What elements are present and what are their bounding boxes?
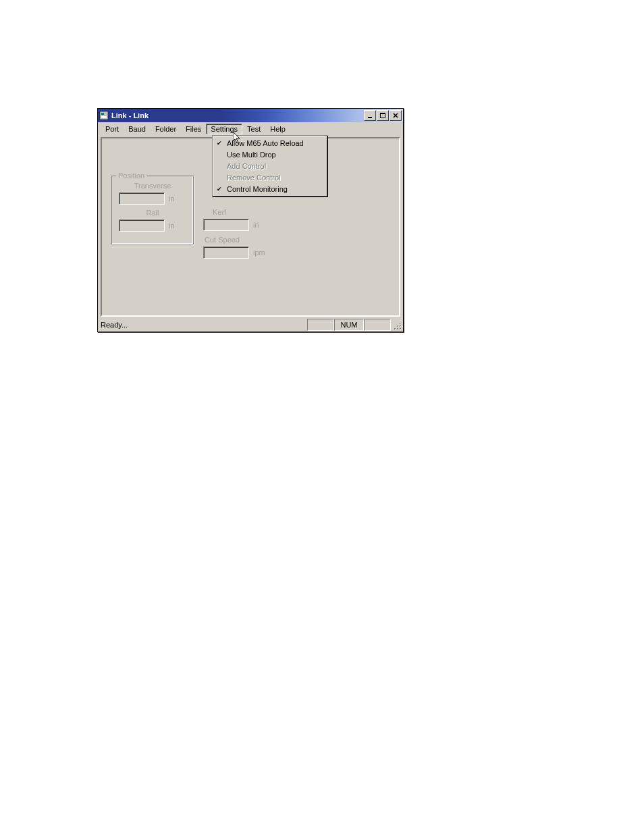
menu-item-label: Control Monitoring	[227, 185, 288, 193]
position-groupbox: Position Transverse in Rail in	[111, 176, 194, 244]
status-pane-1	[307, 319, 334, 331]
position-legend: Position	[116, 172, 146, 180]
menu-folder[interactable]: Folder	[151, 124, 181, 134]
menu-item-label: Allow M65 Auto Reload	[227, 139, 304, 147]
cutspeed-unit: ipm	[253, 249, 265, 257]
rail-label: Rail	[112, 209, 193, 217]
menu-baud[interactable]: Baud	[124, 124, 151, 134]
minimize-button[interactable]	[364, 110, 376, 121]
menu-remove-control: Remove Control	[213, 172, 326, 183]
svg-rect-0	[100, 111, 108, 120]
svg-rect-16	[398, 329, 398, 330]
menu-test[interactable]: Test	[242, 124, 265, 134]
svg-rect-3	[368, 117, 372, 118]
transverse-input[interactable]	[119, 192, 165, 205]
rail-unit: in	[169, 221, 175, 230]
app-icon	[99, 111, 109, 120]
menubar: Port Baud Folder Files Settings Test Hel…	[98, 122, 403, 135]
titlebar[interactable]: Link - Link	[98, 109, 403, 122]
status-pane-2	[364, 319, 391, 331]
resize-grip[interactable]	[391, 319, 403, 331]
menu-help[interactable]: Help	[265, 124, 290, 134]
check-icon: ✔	[217, 140, 222, 147]
status-ready: Ready...	[98, 321, 307, 329]
kerf-input[interactable]	[203, 219, 249, 231]
svg-rect-1	[101, 113, 104, 115]
transverse-label: Transverse	[112, 182, 193, 190]
maximize-button[interactable]	[377, 110, 389, 121]
svg-rect-5	[380, 113, 385, 114]
kerf-unit: in	[253, 221, 259, 229]
app-window: Link - Link Port Baud Folder Files Setti…	[97, 108, 404, 332]
settings-dropdown: ✔ Allow M65 Auto Reload Use Multi Drop A…	[212, 135, 327, 197]
rail-input[interactable]	[119, 219, 165, 232]
menu-allow-m65-auto-reload[interactable]: ✔ Allow M65 Auto Reload	[213, 137, 326, 149]
check-icon: ✔	[217, 186, 222, 192]
svg-rect-13	[400, 326, 401, 327]
menu-port[interactable]: Port	[101, 124, 124, 134]
window-controls	[363, 110, 402, 121]
cutspeed-input[interactable]	[203, 246, 249, 259]
svg-rect-2	[101, 116, 107, 118]
svg-rect-14	[398, 326, 398, 327]
menu-files[interactable]: Files	[181, 124, 206, 134]
close-button[interactable]	[390, 110, 402, 121]
svg-rect-17	[395, 329, 396, 330]
svg-rect-12	[400, 323, 401, 324]
svg-rect-15	[400, 329, 401, 330]
statusbar: Ready... NUM	[98, 318, 403, 332]
cutspeed-label: Cut Speed	[205, 236, 240, 244]
menu-item-label: Remove Control	[227, 174, 280, 182]
menu-use-multi-drop[interactable]: Use Multi Drop	[213, 149, 326, 160]
window-title: Link - Link	[111, 111, 363, 120]
menu-item-label: Add Control	[227, 162, 266, 170]
status-num: NUM	[334, 319, 364, 331]
menu-settings[interactable]: Settings	[206, 124, 242, 134]
menu-control-monitoring[interactable]: ✔ Control Monitoring	[213, 183, 326, 194]
menu-add-control: Add Control	[213, 160, 326, 172]
menu-item-label: Use Multi Drop	[227, 151, 276, 159]
kerf-label: Kerf	[213, 208, 226, 216]
transverse-unit: in	[169, 194, 175, 203]
